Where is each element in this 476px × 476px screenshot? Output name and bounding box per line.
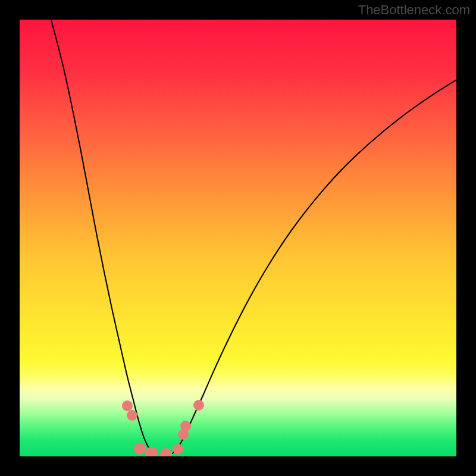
data-marker	[160, 448, 172, 456]
data-marker	[127, 410, 137, 421]
data-marker	[145, 447, 158, 456]
svg-rect-0	[20, 20, 456, 456]
data-marker	[180, 421, 191, 431]
watermark-text: TheBottleneck.com	[358, 2, 470, 18]
background-gradient	[20, 20, 456, 456]
outer-frame: TheBottleneck.com	[0, 0, 476, 476]
plot-area	[20, 20, 456, 456]
data-marker	[173, 444, 183, 455]
data-marker	[134, 443, 146, 455]
data-marker	[193, 400, 204, 411]
